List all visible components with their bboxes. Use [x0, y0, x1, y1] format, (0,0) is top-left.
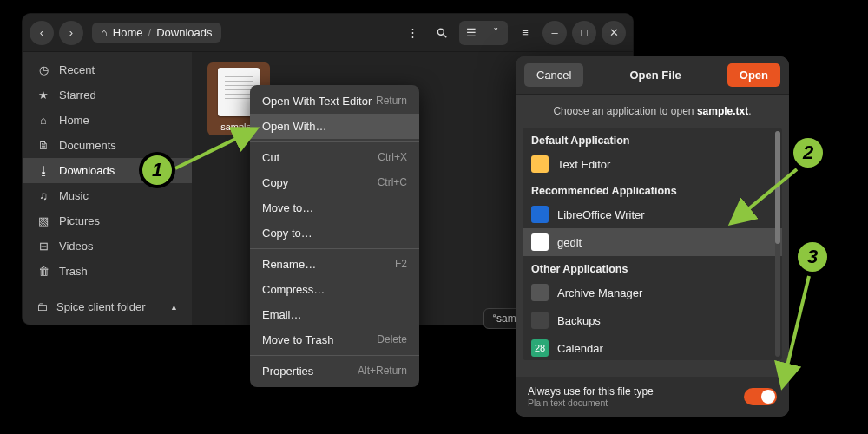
context-menu-accel: Delete [377, 333, 407, 346]
app-name: LibreOffice Writer [557, 208, 645, 221]
home-icon: ⌂ [101, 26, 108, 39]
sidebar: ◷Recent★Starred⌂Home🗎Documents⭳Downloads… [23, 52, 192, 325]
sidebar-item-home[interactable]: ⌂Home [23, 108, 192, 133]
svg-line-1 [444, 34, 447, 37]
open-file-dialog: Cancel Open File Open Choose an applicat… [516, 56, 789, 417]
app-list-item[interactable]: gedit [523, 228, 782, 256]
list-view-button[interactable]: ☰ [459, 21, 483, 45]
sidebar-item-pictures[interactable]: ▧Pictures [23, 208, 192, 233]
context-menu-item[interactable]: Move to TrashDelete [250, 327, 419, 352]
breadcrumb-current[interactable]: Downloads [156, 26, 212, 39]
dialog-header: Cancel Open File Open [516, 56, 789, 95]
app-section-header: Other Applications [523, 256, 782, 279]
sidebar-item-starred[interactable]: ★Starred [23, 82, 192, 108]
video-icon: ⊟ [36, 240, 50, 253]
home-icon: ⌂ [36, 114, 50, 127]
step-badge-3: 3 [794, 239, 831, 275]
hamburger-menu-button[interactable]: ≡ [513, 21, 537, 45]
always-use-label: Always use for this file type [528, 385, 654, 398]
sidebar-item-label: Documents [59, 139, 116, 152]
context-menu-item[interactable]: Copy to… [250, 220, 419, 246]
app-name: gedit [557, 236, 582, 249]
context-menu-accel: F2 [395, 258, 407, 271]
context-menu-item[interactable]: CutCtrl+X [250, 145, 419, 170]
app-list-item[interactable]: Backups [523, 306, 782, 334]
context-menu-item[interactable]: PropertiesAlt+Return [250, 358, 419, 384]
nav-forward-button[interactable]: › [59, 21, 83, 45]
app-name: Calendar [557, 342, 603, 355]
step-badge-1: 1 [139, 152, 175, 188]
minimize-button[interactable]: – [542, 21, 567, 45]
nav-back-button[interactable]: ‹ [30, 21, 54, 45]
context-menu-label: Move to… [262, 201, 313, 214]
always-use-toggle[interactable] [744, 388, 777, 405]
app-name: Text Editor [557, 158, 610, 171]
view-dropdown-button[interactable]: ˅ [483, 21, 508, 45]
context-menu-accel: Alt+Return [358, 365, 407, 378]
app-icon [531, 155, 549, 173]
app-list-item[interactable]: LibreOffice Writer [523, 201, 782, 228]
file-type-label: Plain text document [528, 398, 654, 408]
doc-icon: 🗎 [36, 139, 50, 152]
open-button[interactable]: Open [727, 63, 780, 87]
context-menu-label: Cut [262, 151, 279, 164]
more-menu-button[interactable]: ⋮ [400, 21, 424, 45]
app-icon: 28 [531, 339, 549, 357]
picture-icon: ▧ [36, 214, 50, 227]
context-menu-item[interactable]: Email… [250, 302, 419, 327]
music-icon: ♫ [36, 189, 50, 202]
context-menu-label: Copy [262, 176, 288, 189]
sidebar-item-label: Starred [59, 89, 96, 102]
cancel-button[interactable]: Cancel [524, 63, 583, 87]
app-list-item[interactable]: Text Editor [523, 150, 782, 178]
step-badge-2: 2 [790, 135, 826, 171]
sidebar-item-label: Home [59, 114, 89, 127]
context-menu-label: Open With… [262, 120, 326, 133]
view-mode-group: ☰ ˅ [459, 21, 508, 45]
dialog-title: Open File [630, 69, 681, 82]
sidebar-item-recent[interactable]: ◷Recent [23, 57, 192, 82]
sidebar-item-music[interactable]: ♫Music [23, 183, 192, 208]
context-menu-label: Email… [262, 308, 302, 321]
dialog-message-filename: sample.txt [697, 105, 748, 117]
app-icon [531, 206, 549, 223]
context-menu-label: Move to Trash [262, 333, 333, 346]
search-button[interactable] [430, 21, 454, 45]
context-menu-item[interactable]: Open With… [250, 114, 419, 139]
app-list-item[interactable]: 28Calendar [523, 334, 782, 360]
eject-icon[interactable]: ▲ [170, 303, 178, 312]
sidebar-mount-item[interactable]: 🗀Spice client folder▲ [23, 294, 192, 319]
breadcrumb-home[interactable]: Home [113, 26, 143, 39]
dialog-message-text: Choose an application to open [553, 105, 696, 117]
context-menu-accel: Ctrl+C [378, 176, 407, 189]
application-list[interactable]: Default ApplicationText EditorRecommende… [523, 128, 782, 360]
context-menu-item[interactable]: Compress… [250, 277, 419, 302]
context-menu-item[interactable]: CopyCtrl+C [250, 170, 419, 195]
maximize-button[interactable]: □ [572, 21, 596, 45]
download-icon: ⭳ [36, 164, 50, 177]
sidebar-item-label: Recent [59, 63, 95, 76]
app-name: Backups [557, 314, 601, 327]
context-menu-label: Open With Text Editor [262, 95, 372, 108]
app-icon [531, 312, 549, 329]
dialog-footer: Always use for this file type Plain text… [516, 377, 789, 417]
context-menu-item[interactable]: Open With Text EditorReturn [250, 89, 419, 114]
sidebar-item-label: Videos [59, 240, 94, 253]
trash-icon: 🗑 [36, 265, 50, 278]
context-menu-label: Copy to… [262, 227, 312, 240]
star-icon: ★ [36, 89, 50, 102]
app-icon [531, 233, 549, 251]
app-list-item[interactable]: Archive Manager [523, 279, 782, 306]
sidebar-item-label: Spice client folder [56, 300, 146, 313]
sidebar-item-videos[interactable]: ⊟Videos [23, 233, 192, 259]
context-menu-item[interactable]: Move to… [250, 195, 419, 220]
app-section-header: Recommended Applications [523, 178, 782, 201]
context-menu-item[interactable]: Rename…F2 [250, 252, 419, 277]
sidebar-item-trash[interactable]: 🗑Trash [23, 259, 192, 284]
close-button[interactable]: ✕ [602, 21, 626, 45]
breadcrumb[interactable]: ⌂ Home / Downloads [92, 23, 221, 43]
sidebar-item-label: Downloads [59, 164, 115, 177]
context-menu-label: Compress… [262, 283, 325, 296]
app-icon [531, 284, 549, 301]
scrollbar[interactable] [775, 131, 780, 357]
